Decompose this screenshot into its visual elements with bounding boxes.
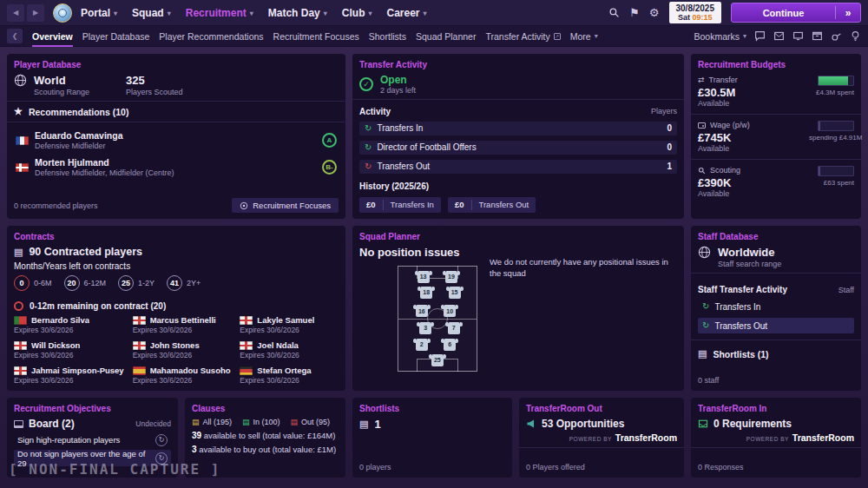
menu-squad[interactable]: Squad▾ <box>132 7 171 19</box>
menu-match-day[interactable]: Match Day▾ <box>268 7 327 19</box>
bucket-count: 20 <box>64 275 80 291</box>
staff-transfers-in-row[interactable]: ↻ Transfers In <box>698 299 854 314</box>
tab-squad-planner[interactable]: Squad Planner <box>416 26 476 47</box>
menu-club[interactable]: Club▾ <box>342 7 372 19</box>
document-icon: ▤ <box>242 418 250 426</box>
squad-shirt[interactable]: 7 <box>448 322 460 334</box>
squad-shirt[interactable]: 2 <box>416 339 428 351</box>
squad-shirt[interactable]: 10 <box>444 305 456 317</box>
divider <box>352 99 684 100</box>
window-status: Open <box>380 74 416 86</box>
squad-shirt[interactable]: 18 <box>420 287 432 299</box>
squad-shirt[interactable]: 16 <box>416 305 428 317</box>
contract-player[interactable]: Jahmai Simpson-PuseyExpires 30/6/2026 <box>14 366 124 385</box>
flag-report-icon[interactable]: ⚑ <box>629 7 640 18</box>
transfer-budget-section[interactable]: ⇄Transfer £30.5M Available £4.3M spent <box>698 74 854 109</box>
staff-search-range[interactable]: Worldwide Staff search range <box>718 246 781 268</box>
recruitment-budgets-card: Recruitment Budgets ⇄Transfer £30.5M Ava… <box>691 54 861 219</box>
chat-icon[interactable] <box>754 30 766 42</box>
menu-career[interactable]: Career▾ <box>386 7 426 19</box>
archive-icon[interactable] <box>812 30 823 42</box>
staff-shortlists[interactable]: Shortlists (1) <box>713 349 768 359</box>
board-icon <box>14 420 23 428</box>
players-column-header: Players <box>651 107 677 115</box>
bulb-icon[interactable] <box>850 30 861 42</box>
history-back-button[interactable]: ◀ <box>7 4 24 22</box>
budget-label: Wage (p/w) <box>710 121 750 129</box>
continue-button[interactable]: Continue » <box>731 3 861 23</box>
double-chevron-icon: » <box>836 7 860 19</box>
transfers-out-row[interactable]: ↻ Transfers Out 1 <box>359 160 677 174</box>
refresh-icon[interactable]: ↻ <box>155 434 168 446</box>
requirements-count[interactable]: 0 Requirements <box>713 418 792 430</box>
tab-player-database[interactable]: Player Database <box>82 26 150 47</box>
bucket-0-6m[interactable]: 00-6M <box>14 275 52 291</box>
bucket-label: 1-2Y <box>138 279 155 287</box>
tab-transfer-activity[interactable]: Transfer Activity↗ <box>485 26 560 47</box>
recommended-player-row[interactable]: Eduardo Camavinga Defensive Midfielder A <box>14 127 339 154</box>
clauses-in-filter[interactable]: ▤In (100) <box>242 418 280 426</box>
search-icon[interactable] <box>608 7 620 18</box>
contract-player[interactable]: Marcus BettinelliExpires 30/6/2026 <box>133 315 232 334</box>
wage-budget-section[interactable]: Wage (p/w) £745K Available spending £4.9… <box>698 119 854 155</box>
divider <box>7 101 345 102</box>
card-title: Squad Planner <box>359 232 677 241</box>
squad-shirt[interactable]: 13 <box>418 271 430 283</box>
squad-shirt[interactable]: 19 <box>445 271 457 283</box>
contract-player[interactable]: Lakyle SamuelExpires 30/6/2026 <box>240 315 339 334</box>
contract-player[interactable]: John StonesExpires 30/6/2026 <box>133 340 232 359</box>
club-badge[interactable] <box>53 3 72 23</box>
squad-shirt[interactable]: 15 <box>449 287 461 299</box>
scouting-range[interactable]: World Scouting Range <box>34 74 89 96</box>
bucket-6-12m[interactable]: 206-12M <box>64 275 107 291</box>
bucket-2y-plus[interactable]: 412Y+ <box>167 275 201 291</box>
staff-transfers-out-row[interactable]: ↻ Transfers Out <box>698 318 854 333</box>
opportunities-count[interactable]: 53 Opportunities <box>542 418 624 430</box>
player-name: Stefan Ortega <box>257 366 311 375</box>
objective-row[interactable]: Sign high-reputation players ↻ <box>14 432 171 448</box>
history-forward-button[interactable]: ▶ <box>27 4 44 22</box>
clauses-all-filter[interactable]: ▤All (195) <box>192 418 232 426</box>
history-transfers-out-button[interactable]: £0 Transfers Out <box>448 197 536 213</box>
recruitment-focuses-button[interactable]: Recruitment Focuses <box>232 198 339 213</box>
bucket-1-2y[interactable]: 251-2Y <box>118 275 155 291</box>
shortlist-count[interactable]: 1 <box>374 418 380 431</box>
player-position: Defensive Midfielder <box>35 142 123 150</box>
main-menu: Portal▾ Squad▾ Recruitment▾ Match Day▾ C… <box>81 7 427 19</box>
clauses-out-filter[interactable]: ▤Out (95) <box>291 418 331 426</box>
recommended-player-row[interactable]: Morten Hjulmand Defensive Midfielder, Mi… <box>14 154 339 181</box>
squad-shirt[interactable]: 25 <box>431 354 444 366</box>
squad-shirt[interactable]: 3 <box>419 322 431 334</box>
refresh-icon[interactable]: ↻ <box>155 452 168 465</box>
tab-player-recommendations[interactable]: Player Recommendations <box>159 26 263 47</box>
tab-shortlists[interactable]: Shortlists <box>369 26 406 47</box>
mail-icon[interactable] <box>773 30 785 42</box>
tab-recruitment-focuses[interactable]: Recruitment Focuses <box>273 26 359 47</box>
whistle-icon[interactable] <box>831 30 842 42</box>
menu-recruitment[interactable]: Recruitment▾ <box>186 7 253 19</box>
transfer-in-icon: ↻ <box>365 143 372 152</box>
divider <box>691 159 861 160</box>
card-title: Staff Database <box>698 232 854 241</box>
monitor-icon[interactable] <box>792 30 804 42</box>
tab-more[interactable]: More▾ <box>570 26 598 47</box>
bucket-count: 25 <box>118 275 134 291</box>
contract-player[interactable]: Stefan OrtegaExpires 30/6/2026 <box>240 366 339 385</box>
dof-offers-row[interactable]: ↻ Director of Football Offers 0 <box>359 141 677 155</box>
bookmarks-menu[interactable]: Bookmarks▾ <box>694 26 746 47</box>
transfers-in-row[interactable]: ↻ Transfers In 0 <box>359 122 677 135</box>
row-label: Director of Football Offers <box>377 142 476 152</box>
history-transfers-in-button[interactable]: £0 Transfers In <box>359 197 441 213</box>
subnav-back-button[interactable]: ❮ <box>7 29 23 43</box>
contract-player[interactable]: Bernardo SilvaExpires 30/6/2026 <box>14 315 124 334</box>
gear-icon[interactable]: ⚙ <box>649 7 660 18</box>
contract-player[interactable]: Joel NdalaExpires 30/6/2026 <box>240 340 339 359</box>
menu-portal[interactable]: Portal▾ <box>81 7 117 19</box>
contract-player[interactable]: Will DicksonExpires 30/6/2026 <box>14 340 124 359</box>
squad-shirt[interactable]: 6 <box>444 339 456 351</box>
tab-overview[interactable]: Overview <box>32 26 73 47</box>
scouting-budget-section[interactable]: Scouting £390K Available £63 spent <box>698 164 854 200</box>
objective-row[interactable]: Do not sign players over the age of 29 ↻ <box>14 450 171 466</box>
contract-player[interactable]: Mahamadou SusohoExpires 30/6/2026 <box>133 366 232 385</box>
game-date[interactable]: 30/8/2025 Sat 09:15 <box>669 2 722 24</box>
